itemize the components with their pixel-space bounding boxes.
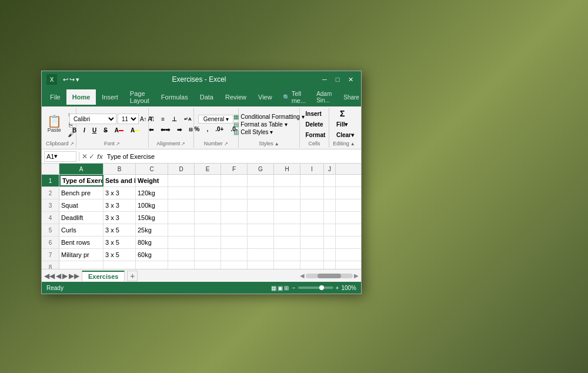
spreadsheet-cell[interactable]: 3 x 5 — [103, 224, 136, 236]
undo-button[interactable]: ↩ — [63, 76, 68, 84]
underline-button[interactable]: U — [89, 125, 99, 135]
format-as-table-button[interactable]: ▤ Format as Table ▾ — [233, 121, 304, 128]
spreadsheet-cell[interactable] — [221, 249, 248, 261]
cell-styles-button[interactable]: ▥ Cell Styles ▾ — [233, 128, 304, 136]
spreadsheet-cell[interactable]: 3 x 3 — [103, 212, 136, 224]
spreadsheet-cell[interactable] — [324, 175, 336, 186]
spreadsheet-cell[interactable] — [221, 237, 248, 248]
spreadsheet-cell[interactable] — [195, 175, 221, 186]
cancel-formula-button[interactable]: ✕ — [82, 152, 88, 161]
italic-button[interactable]: I — [81, 125, 88, 135]
spreadsheet-cell[interactable] — [195, 212, 221, 224]
bold-button[interactable]: B — [69, 125, 79, 135]
sheet-nav-prev[interactable]: ◀ — [56, 272, 61, 280]
zoom-slider[interactable] — [298, 287, 333, 289]
sheet-nav-last[interactable]: ▶▶ — [69, 272, 79, 280]
spreadsheet-cell[interactable]: 80kg — [136, 237, 168, 248]
spreadsheet-cell[interactable] — [274, 175, 300, 186]
spreadsheet-cell[interactable] — [248, 237, 274, 248]
col-header-e[interactable]: E — [195, 164, 221, 174]
tell-me-input[interactable]: 🔍 Tell me... — [278, 88, 310, 106]
spreadsheet-cell[interactable] — [195, 187, 221, 199]
cell-reference[interactable]: A1 ▾ — [44, 151, 76, 162]
col-header-i[interactable]: I — [300, 164, 324, 174]
spreadsheet-cell[interactable] — [300, 187, 324, 199]
spreadsheet-cell[interactable] — [274, 261, 300, 269]
user-account[interactable]: Adam Sin... — [310, 89, 338, 105]
spreadsheet-cell[interactable] — [221, 187, 248, 199]
tab-formulas[interactable]: Formulas — [155, 89, 194, 105]
spreadsheet-cell[interactable] — [300, 212, 324, 224]
spreadsheet-cell[interactable]: Bent rows — [59, 237, 103, 248]
spreadsheet-cell[interactable] — [168, 224, 195, 236]
zoom-in-button[interactable]: + — [336, 285, 339, 291]
spreadsheet-cell[interactable] — [221, 261, 248, 269]
tab-page-layout[interactable]: Page Layout — [124, 89, 155, 105]
sheet-nav-first[interactable]: ◀◀ — [44, 272, 55, 280]
font-color-button[interactable]: A — [112, 125, 126, 135]
align-center-button[interactable]: ⬅➡ — [158, 125, 173, 134]
tab-view[interactable]: View — [252, 89, 278, 105]
zoom-out-button[interactable]: − — [292, 285, 296, 291]
spreadsheet-cell[interactable]: 3 x 5 — [103, 249, 136, 261]
align-top-button[interactable]: ⊤ — [146, 114, 157, 124]
format-cells-button[interactable]: Format — [303, 130, 326, 139]
align-bottom-button[interactable]: ⊥ — [169, 114, 180, 124]
spreadsheet-cell[interactable] — [300, 224, 324, 236]
spreadsheet-cell[interactable] — [195, 199, 221, 211]
spreadsheet-cell[interactable] — [221, 199, 248, 211]
spreadsheet-cell[interactable] — [324, 237, 336, 248]
spreadsheet-cell[interactable]: 3 x 5 — [103, 237, 136, 248]
comma-button[interactable]: , — [204, 125, 212, 134]
spreadsheet-cell[interactable] — [324, 199, 336, 211]
spreadsheet-cell[interactable]: 150kg — [136, 212, 168, 224]
align-left-button[interactable]: ⬅ — [146, 125, 156, 134]
spreadsheet-cell[interactable]: 25kg — [136, 224, 168, 236]
font-size-select[interactable]: 11 — [118, 114, 139, 124]
spreadsheet-cell[interactable] — [136, 261, 168, 269]
spreadsheet-cell[interactable] — [168, 199, 195, 211]
spreadsheet-cell[interactable] — [324, 212, 336, 224]
col-header-h[interactable]: H — [274, 164, 300, 174]
col-header-a[interactable]: A — [59, 164, 103, 174]
spreadsheet-cell[interactable] — [300, 175, 324, 186]
alignment-expand-icon[interactable]: ↗ — [181, 141, 185, 146]
spreadsheet-cell[interactable] — [221, 212, 248, 224]
delete-cells-button[interactable]: Delete — [303, 119, 326, 129]
spreadsheet-cell[interactable] — [168, 187, 195, 199]
spreadsheet-cell[interactable] — [221, 175, 248, 186]
spreadsheet-cell[interactable]: 60kg — [136, 249, 168, 261]
number-expand-icon[interactable]: ↗ — [224, 141, 228, 146]
spreadsheet-cell[interactable] — [168, 175, 195, 186]
col-header-j[interactable]: J — [324, 164, 336, 174]
paste-button[interactable]: 📋 Paste — [44, 114, 65, 134]
spreadsheet-cell[interactable] — [248, 199, 274, 211]
tab-home[interactable]: Home — [66, 89, 96, 105]
col-header-g[interactable]: G — [248, 164, 274, 174]
clear-button[interactable]: Clear▾ — [333, 130, 355, 139]
share-button[interactable]: Share — [338, 89, 365, 105]
col-header-d[interactable]: D — [168, 164, 195, 174]
spreadsheet-cell[interactable] — [274, 237, 300, 248]
spreadsheet-cell[interactable] — [195, 237, 221, 248]
redo-button[interactable]: ↪ — [69, 76, 75, 84]
confirm-formula-button[interactable]: ✓ — [89, 152, 95, 161]
fill-button[interactable]: Fill▾ — [333, 119, 355, 129]
sheet-nav-next[interactable]: ▶ — [62, 272, 68, 280]
number-format-select[interactable]: General ▾ — [198, 115, 233, 124]
spreadsheet-cell[interactable] — [300, 249, 324, 261]
font-name-select[interactable]: Calibri — [69, 114, 116, 124]
sheet-tab-exercises[interactable]: Exercises — [82, 271, 125, 281]
sum-button[interactable]: Σ — [337, 109, 351, 118]
spreadsheet-cell[interactable] — [248, 187, 274, 199]
spreadsheet-cell[interactable] — [274, 199, 300, 211]
clipboard-expand-icon[interactable]: ↗ — [70, 141, 74, 146]
formula-input[interactable] — [105, 152, 359, 161]
spreadsheet-cell[interactable] — [300, 237, 324, 248]
spreadsheet-cell[interactable] — [324, 249, 336, 261]
spreadsheet-cell[interactable] — [195, 224, 221, 236]
editing-expand-icon[interactable]: ▲ — [350, 141, 355, 146]
minimize-button[interactable]: ─ — [319, 75, 330, 84]
add-sheet-button[interactable]: + — [127, 271, 138, 281]
page-break-view-button[interactable]: ⊞ — [284, 285, 289, 291]
